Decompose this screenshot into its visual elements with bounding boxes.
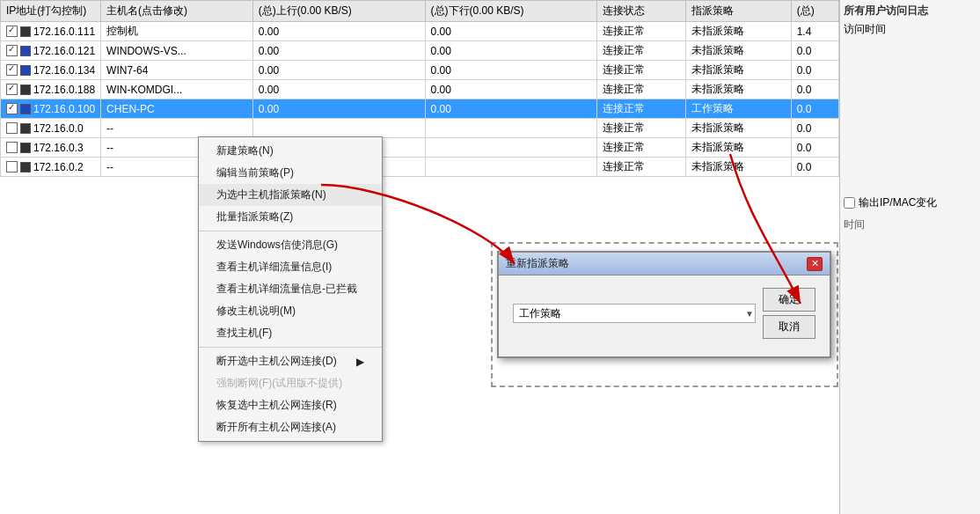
table-row[interactable]: 172.16.0.111控制机0.000.00连接正常未指派策略1.4	[1, 22, 839, 41]
cell-hostname[interactable]: WINDOWS-VS...	[101, 41, 253, 61]
row-checkbox[interactable]	[6, 122, 18, 134]
dark-icon	[20, 123, 31, 134]
cell-hostname[interactable]: --	[101, 119, 253, 138]
col-hostname[interactable]: 主机名(点击修改)	[101, 1, 253, 22]
col-total[interactable]: (总)	[791, 1, 838, 22]
cell-total: 0.0	[791, 80, 838, 99]
table-row[interactable]: 172.16.0.121WINDOWS-VS...0.000.00连接正常未指派…	[1, 41, 839, 61]
ip-text: 172.16.0.3	[33, 142, 84, 154]
dialog-buttons: 确定 取消	[763, 288, 815, 339]
cell-ip: 172.16.0.100	[1, 99, 101, 119]
col-download[interactable]: (总)下行(0.00 KB/S)	[425, 1, 597, 22]
table-row[interactable]: 172.16.0.100CHEN-PC0.000.00连接正常工作策略0.0	[1, 99, 839, 119]
cell-total: 0.0	[791, 41, 838, 61]
dialog-row: 工作策略未指派策略 ▼ 确定 取消	[513, 288, 815, 339]
policy-dialog: 重新指派策略 ✕ 工作策略未指派策略 ▼ 确定 取消	[497, 251, 831, 358]
policy-select-wrapper: 工作策略未指派策略 ▼	[513, 304, 756, 323]
menu-item-11[interactable]: 恢复选中主机公网连接(R)	[199, 394, 382, 416]
menu-item-5[interactable]: 查看主机详细流量信息(I)	[199, 256, 382, 278]
row-checkbox[interactable]	[6, 142, 18, 153]
cell-status: 连接正常	[597, 80, 685, 99]
cell-policy: 未指派策略	[685, 22, 791, 41]
col-ip[interactable]: IP地址(打勾控制)	[1, 1, 101, 22]
cell-upload: 0.00	[252, 61, 425, 80]
cell-policy: 未指派策略	[685, 80, 791, 99]
cell-download: 0.00	[425, 99, 597, 119]
cell-status: 连接正常	[597, 22, 685, 41]
dialog-close-button[interactable]: ✕	[807, 257, 823, 271]
ip-text: 172.16.0.2	[33, 161, 84, 173]
dialog-title: 重新指派策略	[506, 256, 569, 271]
table-row[interactable]: 172.16.0.0--连接正常未指派策略0.0	[1, 119, 839, 138]
cell-hostname[interactable]: WIN-KOMDGI...	[101, 80, 253, 99]
cell-hostname[interactable]: WIN7-64	[101, 61, 253, 80]
cancel-button[interactable]: 取消	[763, 315, 815, 339]
cell-download: 0.00	[425, 41, 597, 61]
cell-download	[425, 138, 597, 158]
menu-item-9[interactable]: 断开选中主机公网连接(D)▶	[199, 350, 382, 372]
menu-item-1[interactable]: 编辑当前策略(P)	[199, 162, 382, 184]
policy-select[interactable]: 工作策略未指派策略	[513, 304, 756, 323]
menu-item-4[interactable]: 发送Windows信使消息(G)	[199, 234, 382, 256]
cell-ip: 172.16.0.188	[1, 80, 101, 99]
cell-status: 连接正常	[597, 138, 685, 158]
cell-status: 连接正常	[597, 41, 685, 61]
menu-item-6[interactable]: 查看主机详细流量信息-已拦截	[199, 278, 382, 300]
cell-upload: 0.00	[252, 99, 425, 119]
cell-policy: 未指派策略	[685, 119, 791, 138]
context-menu: 新建策略(N)编辑当前策略(P)为选中主机指派策略(N)批量指派策略(Z)发送W…	[198, 136, 383, 442]
cell-ip: 172.16.0.121	[1, 41, 101, 61]
cell-download	[425, 119, 597, 138]
ip-text: 172.16.0.0	[33, 122, 84, 135]
menu-item-2[interactable]: 为选中主机指派策略(N)	[199, 184, 382, 206]
col-policy[interactable]: 指派策略	[685, 1, 791, 22]
cell-status: 连接正常	[597, 61, 685, 80]
row-checkbox[interactable]	[6, 45, 18, 56]
dark-icon	[20, 162, 31, 173]
table-row[interactable]: 172.16.0.188WIN-KOMDGI...0.000.00连接正常未指派…	[1, 80, 839, 99]
cell-upload	[252, 119, 425, 138]
cell-upload: 0.00	[252, 80, 425, 99]
table-row[interactable]: 172.16.0.134WIN7-640.000.00连接正常未指派策略0.0	[1, 61, 839, 80]
table-row[interactable]: 172.16.0.2--连接正常未指派策略0.0	[1, 158, 839, 177]
blue-icon	[20, 104, 31, 114]
cell-policy: 未指派策略	[685, 41, 791, 61]
cell-hostname[interactable]: CHEN-PC	[101, 99, 253, 119]
export-ip-mac-checkbox[interactable]	[844, 197, 855, 209]
submenu-arrow-icon: ▶	[356, 356, 364, 368]
blue-icon	[20, 46, 31, 56]
table-row[interactable]: 172.16.0.3--连接正常未指派策略0.0	[1, 138, 839, 158]
cell-upload: 0.00	[252, 41, 425, 61]
cell-policy: 工作策略	[685, 99, 791, 119]
confirm-button[interactable]: 确定	[763, 288, 815, 312]
row-checkbox[interactable]	[6, 161, 18, 173]
blue-icon	[20, 65, 31, 76]
cell-ip: 172.16.0.2	[1, 158, 101, 177]
dialog-titlebar: 重新指派策略 ✕	[499, 253, 830, 275]
cell-total: 0.0	[791, 119, 838, 138]
menu-item-8[interactable]: 查找主机(F)	[199, 322, 382, 344]
cell-status: 连接正常	[597, 99, 685, 119]
col-status[interactable]: 连接状态	[597, 1, 685, 22]
dialog-body: 工作策略未指派策略 ▼ 确定 取消	[499, 275, 830, 356]
row-checkbox[interactable]	[6, 64, 18, 76]
menu-item-0[interactable]: 新建策略(N)	[199, 140, 382, 162]
visit-time-label: 访问时间	[844, 22, 976, 37]
cell-hostname[interactable]: 控制机	[101, 22, 253, 41]
cell-upload: 0.00	[252, 22, 425, 41]
cell-policy: 未指派策略	[685, 158, 791, 177]
cell-total: 0.0	[791, 158, 838, 177]
menu-item-12[interactable]: 断开所有主机公网连接(A)	[199, 416, 382, 438]
row-checkbox[interactable]	[6, 103, 18, 114]
cell-status: 连接正常	[597, 119, 685, 138]
cell-total: 1.4	[791, 22, 838, 41]
row-checkbox[interactable]	[6, 26, 18, 37]
row-checkbox[interactable]	[6, 84, 18, 95]
menu-item-7[interactable]: 修改主机说明(M)	[199, 300, 382, 322]
export-ip-mac-label: 输出IP/MAC变化	[859, 195, 937, 210]
cell-download: 0.00	[425, 80, 597, 99]
menu-separator	[199, 231, 382, 231]
menu-item-3[interactable]: 批量指派策略(Z)	[199, 206, 382, 228]
time-label: 时间	[844, 217, 976, 232]
col-upload[interactable]: (总)上行(0.00 KB/S)	[252, 1, 425, 22]
